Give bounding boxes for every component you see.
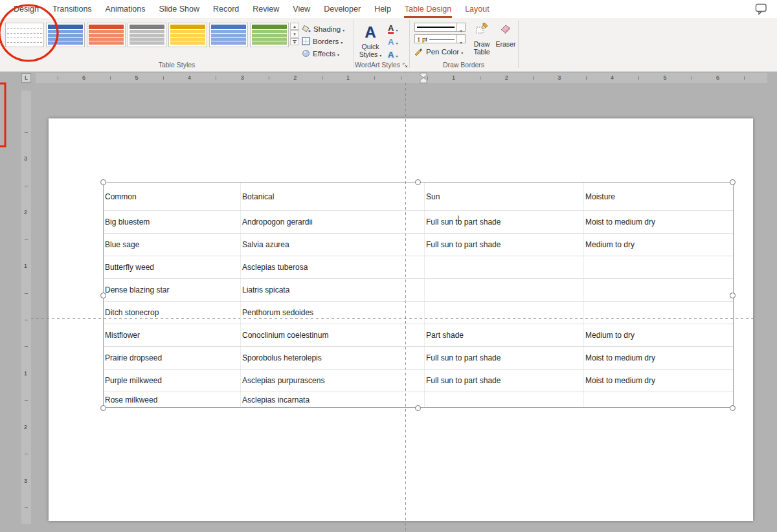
tab-transitions[interactable]: Transitions [52,2,93,18]
table-cell[interactable]: Butterfly weed [104,256,240,278]
wordart-dialog-launcher-icon[interactable] [402,62,408,68]
table-row: Ditch stonecropPenthorum sedoides [104,302,733,324]
chevron-down-icon[interactable] [457,23,466,32]
table-style-themed-blue[interactable] [46,23,85,47]
table-style-themed-yellow[interactable] [168,23,207,47]
table-cell[interactable]: Medium to dry [583,234,733,256]
indent-markers-icon[interactable] [419,72,428,83]
tab-slide-show[interactable]: Slide Show [158,2,200,18]
table-cell[interactable] [583,392,733,407]
effects-button[interactable]: Effects [302,49,344,58]
table-cell[interactable]: Salvia azurea [240,234,424,256]
quick-styles-button[interactable]: Quick Styles [356,23,385,60]
table-cell[interactable]: Full sun to part shade [424,370,583,392]
pen-color-button[interactable]: Pen Color [414,47,463,56]
table-style-plain-grid[interactable] [5,23,44,47]
table-cell[interactable]: Full sun to part shade [424,347,583,369]
table-header-cell[interactable]: Moisture [583,183,733,210]
gallery-scroll-up-button[interactable] [290,23,299,30]
pen-style-combo[interactable] [414,23,466,32]
table-cell[interactable] [424,279,583,301]
gallery-more-button[interactable] [290,38,299,45]
table-cell[interactable] [583,279,733,301]
table-cell[interactable]: Full sun to part shade [424,211,583,233]
tab-selector-box[interactable]: L [21,73,31,83]
comments-icon[interactable] [755,3,768,15]
table-cell[interactable]: Rose milkweed [104,392,240,407]
tab-design[interactable]: Design [13,2,39,18]
text-cursor [458,216,458,224]
tab-help[interactable]: Help [374,2,392,18]
table-style-themed-blue-2[interactable] [209,23,248,47]
text-fill-button[interactable] [388,23,398,34]
table-cell[interactable] [424,302,583,324]
pen-weight-value: 1 pt [417,36,427,43]
tab-table-design[interactable]: Table Design [404,2,452,18]
table-handle-w[interactable] [100,293,106,298]
pen-weight-combo[interactable]: 1 pt [414,34,466,43]
table-cell[interactable]: Ditch stonecrop [104,302,240,324]
table-cell[interactable]: Big bluestem [104,211,240,233]
text-outline-button[interactable] [388,36,398,47]
tab-layout[interactable]: Layout [464,2,490,18]
table-style-themed-gray[interactable] [128,23,166,47]
table-cell[interactable]: Full sun to part shade [424,234,583,256]
tab-record[interactable]: Record [212,2,240,18]
ruler-number: 5 [663,74,666,81]
text-effects-button[interactable] [388,49,398,60]
table-cell[interactable] [424,392,583,407]
table-style-themed-orange[interactable] [87,23,126,47]
table-handle-nw[interactable] [100,179,106,185]
table-cell[interactable]: Asclepias tuberosa [240,256,424,278]
ribbon: Shading Borders Effects Quick Styles [0,18,777,72]
table-cell[interactable]: Moist to medium dry [583,211,733,233]
table-handle-n[interactable] [415,179,421,185]
table-style-themed-green[interactable] [250,23,289,47]
table-cell[interactable]: Andropogon gerardii [240,211,424,233]
table-cell[interactable]: Prairie dropseed [104,347,240,369]
tab-view[interactable]: View [292,2,311,18]
table-handle-e[interactable] [730,293,736,298]
borders-button[interactable]: Borders [302,36,344,46]
table-cell[interactable]: Purple milkweed [104,370,240,392]
shading-button[interactable]: Shading [302,24,344,34]
wordart-styles-group-label: WordArt Styles [355,61,400,69]
slide-table[interactable]: CommonBotanicalSunMoistureBig bluestemAn… [103,182,734,408]
chevron-down-icon[interactable] [457,34,466,43]
table-cell[interactable]: Medium to dry [583,324,733,346]
table-style-gallery-scroll [290,23,299,46]
table-cell[interactable]: Sporobolus heterolepis [240,347,424,369]
table-header-cell[interactable]: Botanical [240,183,424,210]
table-header-cell[interactable]: Common [104,183,240,210]
table-cell[interactable]: Liatris spicata [240,279,424,301]
table-cell[interactable]: Part shade [424,324,583,346]
table-handle-sw[interactable] [100,405,106,411]
table-cell[interactable] [583,256,733,278]
ruler-number: 1 [24,263,27,269]
tab-animations[interactable]: Animations [105,2,146,18]
draw-table-button[interactable]: Draw Table [470,22,493,56]
table-cell[interactable]: Moist to medium dry [583,347,733,369]
table-cell[interactable]: Asclepias purpurascens [240,370,424,392]
table-cell[interactable]: Mistflower [104,324,240,346]
table-cell[interactable]: Conoclinium coelestinum [240,324,424,346]
table-handle-se[interactable] [730,405,736,411]
table-handle-s[interactable] [415,405,421,411]
tab-review[interactable]: Review [252,2,280,18]
table-handle-ne[interactable] [730,179,736,185]
table-cell[interactable]: Moist to medium dry [583,370,733,392]
table-cell[interactable]: Asclepias incarnata [240,392,424,407]
chevron-down-icon [396,49,398,60]
eraser-button[interactable]: Eraser [495,22,517,48]
table-cell[interactable] [424,256,583,278]
borders-icon [302,37,310,45]
table-cell[interactable] [583,302,733,324]
table-cell[interactable]: Dense blazing star [104,279,240,301]
table-cell[interactable]: Penthorum sedoides [240,302,424,324]
tab-developer[interactable]: Developer [323,2,361,18]
table-cell[interactable]: Blue sage [104,234,240,256]
table-header-cell[interactable]: Sun [424,183,583,210]
ruler-tick [25,454,28,454]
gallery-scroll-down-button[interactable] [290,30,299,38]
ruler-number: 3 [557,74,561,81]
